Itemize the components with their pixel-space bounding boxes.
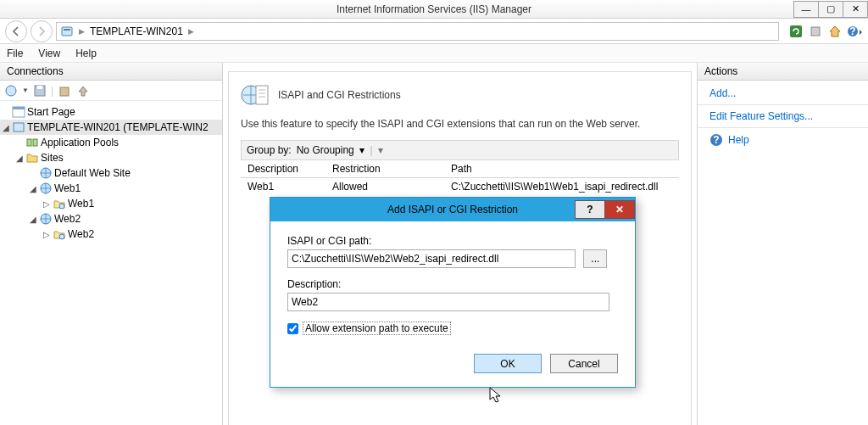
description-input[interactable] — [287, 293, 609, 311]
save-icon[interactable] — [32, 83, 47, 98]
table-row[interactable]: Web1 Allowed C:\Zucchetti\IIS\Web1\Web1_… — [241, 178, 679, 195]
action-edit-feature-settings[interactable]: Edit Feature Settings... — [698, 107, 868, 126]
page-title: ISAPI and CGI Restrictions — [278, 89, 401, 101]
action-add[interactable]: Add... — [698, 84, 868, 103]
connections-header: Connections — [0, 63, 222, 81]
arrow-left-icon — [11, 26, 21, 36]
tree-server-node[interactable]: ◢TEMPLATE-WIN201 (TEMPLATE-WIN2 — [0, 120, 222, 135]
arrow-right-icon — [36, 26, 47, 36]
cell-description: Web1 — [241, 178, 326, 195]
actions-panel: Actions Add... Edit Feature Settings... … — [698, 63, 868, 425]
grid-header: Description Restriction Path — [241, 160, 679, 178]
maximize-button[interactable]: ▢ — [818, 1, 843, 18]
app-icon — [53, 227, 66, 241]
dialog-title: Add ISAPI or CGI Restriction — [387, 204, 518, 215]
svg-rect-13 — [27, 139, 31, 146]
browse-button[interactable]: ... — [583, 249, 607, 268]
dialog-titlebar[interactable]: Add ISAPI or CGI Restriction ? ✕ — [270, 198, 635, 221]
dialog-help-button[interactable]: ? — [575, 200, 605, 219]
allow-extension-checkbox[interactable] — [287, 323, 298, 334]
forward-button[interactable] — [31, 20, 53, 42]
close-window-button[interactable]: ✕ — [843, 1, 868, 18]
group-by-bar: Group by: No Grouping ▾ | ▾ — [241, 140, 679, 160]
breadcrumb-node[interactable]: TEMPLATE-WIN201 — [90, 25, 183, 37]
action-help[interactable]: ? Help — [698, 130, 868, 150]
column-description[interactable]: Description — [241, 160, 326, 177]
svg-rect-0 — [62, 27, 72, 36]
svg-point-6 — [6, 86, 16, 96]
refresh-icon — [789, 25, 803, 38]
help-icon: ? — [847, 25, 862, 38]
dialog-close-button[interactable]: ✕ — [604, 200, 635, 219]
tree-web2-app[interactable]: ▷Web2 — [0, 226, 222, 242]
help-dropdown[interactable]: ? — [846, 23, 863, 40]
group-by-dropdown[interactable]: No Grouping ▾ — [297, 144, 365, 156]
start-page-icon — [12, 105, 25, 119]
globe-icon — [39, 182, 53, 195]
cell-path: C:\Zucchetti\IIS\Web1\Web1_isapi_redirec… — [444, 178, 679, 195]
window-titlebar: Internet Information Services (IIS) Mana… — [0, 0, 868, 19]
connections-tree[interactable]: Start Page ◢TEMPLATE-WIN201 (TEMPLATE-WI… — [0, 101, 222, 245]
tree-sites[interactable]: ◢Sites — [0, 150, 222, 165]
tree-application-pools[interactable]: Application Pools — [0, 135, 222, 150]
tree-web2-site[interactable]: ◢Web2 — [0, 211, 222, 226]
tree-default-web-site[interactable]: Default Web Site — [0, 165, 222, 181]
server-icon — [60, 25, 74, 38]
column-path[interactable]: Path — [444, 160, 679, 177]
svg-rect-2 — [790, 25, 802, 37]
cancel-button[interactable]: Cancel — [550, 354, 618, 373]
isapi-path-input[interactable] — [287, 249, 576, 268]
connections-toolbar: ▼ | — [0, 81, 222, 101]
breadcrumb[interactable]: ▶ TEMPLATE-WIN201 ▶ — [56, 22, 779, 41]
svg-rect-11 — [13, 107, 25, 109]
back-button[interactable] — [5, 20, 27, 42]
delete-icon[interactable] — [57, 83, 72, 98]
svg-rect-21 — [256, 86, 268, 104]
globe-icon — [39, 166, 53, 180]
folder-icon — [25, 151, 39, 165]
globe-icon — [39, 212, 53, 226]
add-isapi-restriction-dialog: Add ISAPI or CGI Restriction ? ✕ ISAPI o… — [270, 197, 636, 388]
page-description: Use this feature to specify the ISAPI an… — [241, 118, 679, 130]
tree-web1-site[interactable]: ◢Web1 — [0, 181, 222, 196]
minimize-button[interactable]: — — [793, 1, 819, 18]
help-icon: ? — [709, 133, 723, 147]
stop-icon — [809, 25, 822, 38]
stop-button[interactable] — [807, 23, 824, 40]
ok-button[interactable]: OK — [474, 354, 542, 373]
svg-rect-14 — [33, 139, 37, 146]
menu-bar: File View Help — [0, 44, 868, 63]
isapi-path-label: ISAPI or CGI path: — [287, 235, 618, 247]
actions-header: Actions — [698, 63, 868, 81]
menu-help[interactable]: Help — [75, 48, 97, 59]
svg-rect-12 — [14, 123, 24, 131]
window-title: Internet Information Services (IIS) Mana… — [337, 3, 531, 15]
connect-icon[interactable] — [3, 83, 19, 98]
refresh-button[interactable] — [787, 23, 804, 40]
home-button[interactable] — [826, 23, 843, 40]
menu-file[interactable]: File — [7, 48, 23, 59]
isapi-restrictions-icon — [241, 81, 270, 109]
svg-rect-8 — [37, 86, 42, 89]
svg-rect-3 — [811, 27, 820, 36]
app-icon — [53, 197, 66, 210]
allow-extension-label[interactable]: Allow extension path to execute — [303, 322, 451, 335]
tree-start-page[interactable]: Start Page — [0, 104, 222, 120]
connections-panel: Connections ▼ | Start Page ◢TEMPLATE-WIN… — [0, 63, 223, 425]
cell-restriction: Allowed — [326, 178, 444, 195]
server-icon — [12, 120, 25, 134]
navigation-bar: ▶ TEMPLATE-WIN201 ▶ ? — [0, 19, 868, 44]
chevron-right-icon: ▶ — [188, 27, 194, 36]
group-by-label: Group by: — [247, 144, 292, 156]
up-level-icon[interactable] — [75, 83, 91, 98]
description-label: Description: — [287, 278, 618, 290]
tree-web1-app[interactable]: ▷Web1 — [0, 196, 222, 211]
column-restriction[interactable]: Restriction — [326, 160, 444, 177]
menu-view[interactable]: View — [38, 48, 60, 59]
group-by-extra-dropdown[interactable]: ▾ — [378, 144, 383, 156]
dropdown-icon[interactable]: ▼ — [22, 87, 29, 94]
svg-text:?: ? — [849, 25, 855, 37]
svg-text:?: ? — [713, 134, 719, 146]
chevron-right-icon: ▶ — [79, 27, 85, 36]
svg-rect-9 — [60, 87, 69, 96]
